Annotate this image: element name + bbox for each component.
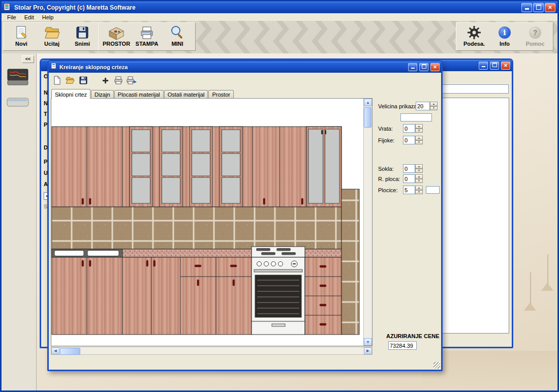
- lamp-decoration: [547, 254, 548, 284]
- drawing-canvas[interactable]: ▲ ▼: [51, 98, 372, 346]
- toolbar-button-snimi[interactable]: Snimi: [68, 24, 97, 47]
- spinner-down-button[interactable]: ▼: [415, 179, 423, 184]
- spinner-up-button[interactable]: ▲: [415, 164, 423, 169]
- secondary-input[interactable]: [400, 113, 432, 122]
- r-ploca-label: R. ploca:: [378, 176, 400, 182]
- maximize-icon: [492, 63, 497, 67]
- sokla-label: Sokla:: [378, 166, 394, 172]
- sidebar: <<: [2, 53, 37, 390]
- spinner-up-button[interactable]: ▲: [415, 136, 423, 140]
- menu-item-help[interactable]: Help: [39, 14, 57, 21]
- spinner-up-button[interactable]: ▲: [430, 102, 438, 106]
- info-icon: i: [499, 24, 511, 41]
- toolbar-button-ucitaj[interactable]: Ucitaj: [37, 24, 67, 47]
- azuriranje-cene-button[interactable]: AZURIRANJE CENE: [386, 333, 440, 339]
- scroll-up-button[interactable]: ▲: [364, 99, 372, 106]
- bg-close-button[interactable]: ✕: [501, 62, 510, 70]
- toolbar-button-prostor[interactable]: PROSTOR: [102, 24, 131, 47]
- print-icon: [113, 76, 123, 85]
- tab-prostor[interactable]: Prostor: [208, 90, 233, 99]
- velicina-prikaza-input[interactable]: [416, 102, 430, 110]
- menu-item-edit[interactable]: Edit: [21, 14, 38, 21]
- main-toolbar: Novi Ucitaj Snimi PROSTOR: [2, 21, 557, 54]
- toolbar-button-info[interactable]: i Info: [490, 24, 519, 47]
- tab-sklopni-crtez[interactable]: Sklopni crtez: [51, 89, 90, 99]
- spinner-up-button[interactable]: ▲: [415, 186, 423, 190]
- fijoke-input[interactable]: [403, 136, 415, 144]
- vertical-scroll-thumb[interactable]: [364, 107, 371, 128]
- save-floppy-icon: [75, 24, 90, 41]
- dialog-maximize-button[interactable]: [419, 63, 428, 71]
- spinner-down-button[interactable]: ▼: [415, 190, 423, 195]
- spinner-down-button[interactable]: ▼: [415, 140, 423, 145]
- maximize-icon: [536, 5, 541, 10]
- plocice-input[interactable]: [403, 186, 415, 194]
- save-button[interactable]: [77, 75, 89, 86]
- dialog-titlebar[interactable]: Kreiranje sklopnog crteza ✕: [49, 62, 441, 73]
- toolbar-button-stampa[interactable]: STAMPA: [132, 24, 162, 47]
- fijoke-spinner: ▲ ▼: [415, 136, 423, 144]
- r-ploca-spinner: ▲ ▼: [415, 174, 423, 183]
- plocice-label: Plocice:: [378, 187, 398, 193]
- toolbar-group-views: PROSTOR STAMPA MINI: [98, 22, 196, 51]
- r-ploca-input[interactable]: [403, 174, 415, 183]
- toolbar-button-novi[interactable]: Novi: [7, 24, 36, 47]
- spinner-up-button[interactable]: ▲: [415, 174, 423, 179]
- toolbar-button-podesa[interactable]: Podesa.: [459, 24, 489, 47]
- bg-maximize-button[interactable]: [490, 62, 499, 70]
- price-input[interactable]: [388, 341, 417, 350]
- magnifier-icon: [170, 24, 185, 41]
- new-document-icon: [52, 76, 61, 85]
- scanner-icon[interactable]: [6, 95, 29, 111]
- print-button[interactable]: [112, 75, 124, 86]
- horizontal-scroll-thumb[interactable]: [60, 348, 80, 355]
- menu-item-file[interactable]: File: [4, 14, 20, 21]
- resize-grip[interactable]: [433, 362, 440, 369]
- print-export-button[interactable]: [126, 75, 137, 86]
- plotter-icon[interactable]: [6, 67, 29, 91]
- spinner-down-button[interactable]: ▼: [415, 129, 423, 133]
- spinner-down-button[interactable]: ▼: [430, 106, 438, 111]
- plus-icon: [102, 77, 109, 84]
- new-button[interactable]: [51, 75, 63, 86]
- scroll-right-button[interactable]: ▶: [364, 347, 372, 354]
- spinner-up-button[interactable]: ▲: [415, 124, 423, 129]
- tab-dizajn[interactable]: Dizajn: [91, 90, 114, 99]
- horizontal-scrollbar[interactable]: ◀ ▶: [51, 347, 372, 355]
- close-button[interactable]: ✕: [545, 3, 555, 12]
- printer-icon: [139, 24, 155, 41]
- dialog-window[interactable]: Kreiranje sklopnog crteza ✕: [47, 60, 443, 371]
- open-button[interactable]: [64, 75, 76, 86]
- minimize-button[interactable]: [521, 3, 532, 12]
- dialog-title: Kreiranje sklopnog crteza: [59, 64, 406, 70]
- bg-minimize-button[interactable]: [479, 62, 488, 70]
- help-icon: ?: [529, 24, 541, 41]
- scroll-left-button[interactable]: ◀: [51, 347, 59, 354]
- vrata-spinner: ▲ ▼: [415, 124, 423, 133]
- app-titlebar[interactable]: Stolar Pro, Copyright (c) Maretta Softwa…: [2, 2, 557, 13]
- lamp-decoration: [530, 272, 531, 304]
- sidebar-collapse-button[interactable]: <<: [22, 55, 34, 63]
- velicina-prikaza-spinner: ▲ ▼: [430, 102, 438, 110]
- save-floppy-icon: [79, 76, 88, 85]
- vrata-input[interactable]: [403, 124, 415, 133]
- tab-ostali-materijal[interactable]: Ostali materijal: [164, 90, 208, 99]
- plus-button[interactable]: [99, 75, 111, 86]
- vertical-scrollbar[interactable]: ▲ ▼: [363, 99, 372, 346]
- gear-icon: [467, 24, 482, 41]
- scroll-down-button[interactable]: ▼: [364, 338, 372, 346]
- sokla-spinner: ▲ ▼: [415, 164, 423, 173]
- dialog-close-button[interactable]: ✕: [430, 63, 440, 71]
- maximize-button[interactable]: [533, 3, 544, 12]
- plocice-extra-input[interactable]: [426, 186, 440, 194]
- dialog-minimize-button[interactable]: [408, 63, 417, 71]
- app-title: Stolar Pro, Copyright (c) Maretta Softwa…: [14, 4, 519, 11]
- sokla-input[interactable]: [403, 164, 415, 173]
- toolbar-button-mini[interactable]: MINI: [163, 24, 192, 47]
- toolbar-button-pomoc: ? Pomoc: [520, 24, 550, 47]
- tab-plocasti-materijal[interactable]: Plocasti materijal: [114, 90, 164, 99]
- spinner-down-button[interactable]: ▼: [415, 169, 423, 173]
- new-document-icon: [14, 24, 29, 41]
- open-folder-icon: [66, 76, 75, 85]
- fijoke-label: Fijoke:: [378, 137, 394, 143]
